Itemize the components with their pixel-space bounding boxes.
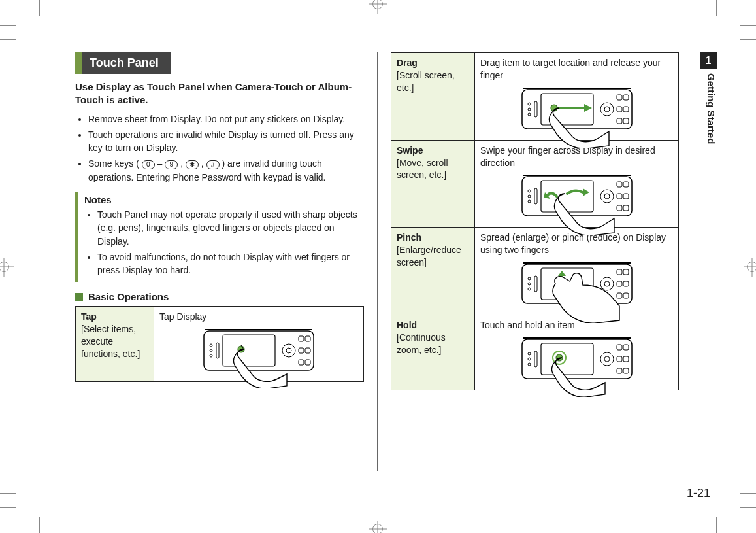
keycap-hash-icon: # — [206, 160, 220, 169]
hand-icon — [548, 103, 613, 148]
section-title-bar: Touch Panel — [75, 52, 364, 74]
op-desc-cell: Touch and hold an item — [475, 315, 679, 390]
drag-illustration — [480, 82, 673, 136]
subheading: Basic Operations — [75, 291, 364, 302]
hold-illustration — [480, 332, 673, 386]
op-name-cell: Swipe [Move, scroll screen, etc.] — [391, 140, 475, 228]
crop-mark — [740, 39, 756, 40]
chapter-tab: 1 — [700, 52, 717, 69]
op-desc-cell: Spread (enlarge) or pinch (reduce) on Di… — [475, 228, 679, 315]
hand-icon — [550, 351, 609, 397]
notes-item: Touch Panel may not operate properly if … — [97, 208, 364, 248]
op-name: Pinch — [397, 232, 469, 244]
registration-mark-icon — [372, 0, 383, 9]
keycap-star-icon: ✱ — [186, 160, 199, 169]
registration-mark-icon — [0, 262, 9, 272]
bullet-item: Touch operations are invalid while Displ… — [88, 128, 364, 155]
device-icon — [203, 327, 314, 377]
crop-mark — [39, 517, 40, 533]
bullet-text: – — [157, 158, 165, 169]
table-row: Hold [Continuous zoom, etc.] Touch and h… — [391, 315, 679, 390]
op-name: Tap — [81, 311, 148, 323]
crop-mark — [0, 25, 16, 26]
subheading-marker-icon — [75, 293, 83, 301]
device-icon — [521, 260, 633, 311]
op-desc: Tap Display — [159, 311, 358, 323]
table-row: Drag [Scroll screen, etc.] Drag item to … — [391, 53, 679, 141]
bullet-text: Some keys ( — [88, 158, 139, 169]
table-row: Swipe [Move, scroll screen, etc.] Swipe … — [391, 140, 679, 228]
op-name-cell: Hold [Continuous zoom, etc.] — [391, 315, 475, 390]
crop-mark — [0, 493, 16, 494]
registration-mark-icon — [747, 262, 756, 272]
crop-mark — [39, 0, 40, 16]
bullet-item: Some keys ( 0 – 9 , ✱ , # ) are invalid … — [88, 157, 364, 184]
crop-mark — [25, 517, 25, 533]
keycap-9-icon: 9 — [165, 160, 178, 169]
hand-icon — [232, 343, 291, 388]
crop-mark — [740, 25, 756, 26]
device-icon — [521, 86, 633, 136]
table-row: Tap [Select items, execute functions, et… — [76, 307, 364, 382]
op-hint: [Continuous zoom, etc.] — [397, 332, 469, 356]
crop-mark — [25, 0, 25, 16]
subheading-text: Basic Operations — [88, 291, 169, 302]
device-icon — [521, 173, 633, 223]
op-name-cell: Pinch [Enlarge/reduce screen] — [391, 228, 475, 315]
crop-mark — [740, 507, 756, 508]
op-name: Drag — [397, 57, 469, 69]
op-hint: [Move, scroll screen, etc.] — [397, 157, 469, 182]
chapter-label: Getting Started — [700, 73, 717, 184]
tap-illustration — [159, 323, 358, 377]
bullet-text: , — [180, 158, 186, 169]
page-number: 1-21 — [687, 487, 710, 500]
op-hint: [Scroll screen, etc.] — [397, 69, 469, 94]
crop-mark — [0, 39, 16, 40]
op-hint: [Enlarge/reduce screen] — [397, 244, 469, 269]
crop-mark — [731, 517, 731, 533]
hand-icon — [550, 272, 622, 323]
notes-block: Notes Touch Panel may not operate proper… — [75, 192, 364, 282]
hand-icon — [551, 190, 617, 235]
op-desc-cell: Swipe your finger across Display in desi… — [475, 140, 679, 228]
op-desc: Drag item to target location and release… — [480, 57, 673, 82]
op-name: Swipe — [397, 145, 469, 157]
device-icon — [521, 335, 633, 386]
column-left: Touch Panel Use Display as Touch Panel w… — [75, 52, 377, 471]
op-name-cell: Tap [Select items, execute functions, et… — [76, 307, 154, 382]
lead-text: Use Display as Touch Panel when Camera-T… — [75, 80, 364, 107]
bullet-list: Remove sheet from Display. Do not put an… — [75, 112, 364, 184]
crop-mark — [740, 493, 756, 494]
notes-item: To avoid malfunctions, do not touch Disp… — [97, 250, 364, 277]
op-name: Hold — [397, 319, 469, 332]
operations-table-left: Tap [Select items, execute functions, et… — [75, 306, 364, 382]
keycap-0-icon: 0 — [142, 160, 155, 169]
crop-mark — [731, 0, 731, 16]
notes-list: Touch Panel may not operate properly if … — [84, 208, 364, 277]
op-desc-cell: Drag item to target location and release… — [475, 53, 679, 141]
section-title: Touch Panel — [82, 52, 171, 74]
table-row: Pinch [Enlarge/reduce screen] Spread (en… — [391, 228, 679, 315]
operations-table-right: Drag [Scroll screen, etc.] Drag item to … — [391, 52, 679, 390]
crop-mark — [716, 0, 717, 16]
pinch-illustration — [480, 256, 673, 311]
crop-mark — [0, 507, 16, 508]
registration-mark-icon — [372, 524, 383, 533]
bullet-item: Remove sheet from Display. Do not put an… — [88, 112, 364, 126]
op-hint: [Select items, execute functions, etc.] — [81, 323, 148, 360]
op-desc-cell: Tap Display — [154, 307, 364, 382]
section-title-accent — [75, 52, 82, 74]
bullet-text: , — [201, 158, 206, 169]
crop-mark — [716, 517, 717, 533]
swipe-illustration — [480, 169, 673, 223]
op-name-cell: Drag [Scroll screen, etc.] — [391, 53, 475, 141]
notes-title: Notes — [84, 194, 364, 205]
column-right: Drag [Scroll screen, etc.] Drag item to … — [377, 52, 679, 471]
